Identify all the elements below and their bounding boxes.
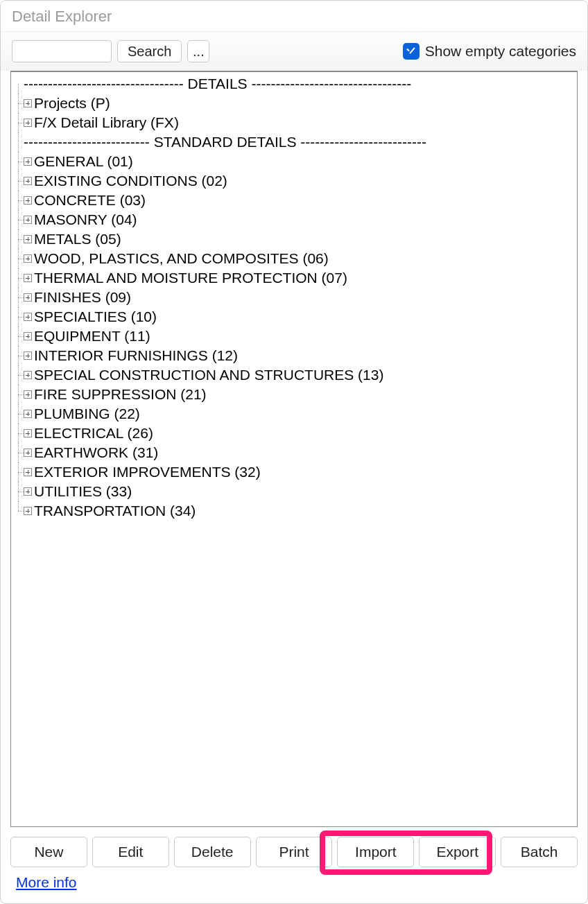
batch-button[interactable]: Batch	[501, 837, 578, 867]
tree-item[interactable]: INTERIOR FURNISHINGS (12)	[14, 346, 574, 365]
tree-item[interactable]: UTILITIES (33)	[14, 482, 574, 501]
more-info-link[interactable]: More info	[16, 874, 77, 890]
tree-item-label: UTILITIES (33)	[33, 482, 132, 501]
tree-heading-label: --------------------------------- DETAIL…	[24, 74, 411, 94]
tree-item-label: EARTHWORK (31)	[33, 443, 158, 462]
expand-icon[interactable]	[24, 371, 32, 379]
show-empty-label: Show empty categories	[425, 43, 576, 60]
expand-icon[interactable]	[24, 507, 32, 515]
tree-item-label: FINISHES (09)	[33, 288, 131, 307]
tree-item[interactable]: CONCRETE (03)	[14, 191, 574, 210]
search-input[interactable]	[12, 40, 112, 62]
tree-heading-label: -------------------------- STANDARD DETA…	[24, 132, 426, 152]
footer: More info	[1, 871, 587, 903]
tree-item[interactable]: SPECIAL CONSTRUCTION AND STRUCTURES (13)	[14, 365, 574, 385]
detail-tree[interactable]: --------------------------------- DETAIL…	[10, 71, 578, 827]
search-button[interactable]: Search	[117, 40, 182, 62]
tree-item-label: TRANSPORTATION (34)	[33, 501, 196, 521]
tree-item[interactable]: EQUIPMENT (11)	[14, 327, 574, 346]
tree-item-label: THERMAL AND MOISTURE PROTECTION (07)	[33, 268, 347, 288]
tree-item[interactable]: PLUMBING (22)	[14, 404, 574, 424]
tree-item[interactable]: ELECTRICAL (26)	[14, 424, 574, 443]
window-title: Detail Explorer	[1, 1, 587, 32]
tree-item-label: GENERAL (01)	[33, 152, 133, 171]
expand-icon[interactable]	[24, 254, 32, 263]
import-button[interactable]: Import	[337, 837, 414, 867]
expand-icon[interactable]	[24, 157, 32, 166]
tree-item-label: SPECIAL CONSTRUCTION AND STRUCTURES (13)	[33, 365, 383, 385]
tree-item-label: EXTERIOR IMPROVEMENTS (32)	[33, 462, 261, 482]
tree-item-label: INTERIOR FURNISHINGS (12)	[33, 346, 238, 365]
expand-icon[interactable]	[24, 332, 32, 340]
tree-item[interactable]: GENERAL (01)	[14, 152, 574, 171]
tree-item-label: F/X Detail Library (FX)	[33, 113, 179, 132]
tree-item-label: FIRE SUPPRESSION (21)	[33, 385, 207, 404]
expand-icon[interactable]	[24, 216, 32, 224]
tree-item[interactable]: TRANSPORTATION (34)	[14, 501, 574, 521]
expand-icon[interactable]	[24, 449, 32, 457]
expand-icon[interactable]	[24, 429, 32, 437]
expand-icon[interactable]	[24, 487, 32, 496]
tree-item-label: PLUMBING (22)	[33, 404, 140, 424]
tree-item[interactable]: THERMAL AND MOISTURE PROTECTION (07)	[14, 268, 574, 288]
expand-icon[interactable]	[24, 410, 32, 418]
expand-icon[interactable]	[24, 313, 32, 321]
tree-item[interactable]: Projects (P)	[14, 94, 574, 113]
expand-icon[interactable]	[24, 293, 32, 302]
action-button-bar: New Edit Delete Print Import Export Batc…	[1, 827, 587, 871]
tree-item[interactable]: EARTHWORK (31)	[14, 443, 574, 462]
tree-item[interactable]: SPECIALTIES (10)	[14, 307, 574, 327]
tree-item-label: EXISTING CONDITIONS (02)	[33, 171, 227, 191]
tree-item[interactable]: F/X Detail Library (FX)	[14, 113, 574, 132]
tree-heading: --------------------------------- DETAIL…	[14, 74, 574, 94]
expand-icon[interactable]	[24, 390, 32, 399]
expand-icon[interactable]	[24, 99, 32, 107]
delete-button[interactable]: Delete	[174, 837, 251, 867]
tree-item[interactable]: WOOD, PLASTICS, AND COMPOSITES (06)	[14, 249, 574, 268]
edit-button[interactable]: Edit	[92, 837, 169, 867]
tree-item-label: MASONRY (04)	[33, 210, 137, 229]
new-button[interactable]: New	[10, 837, 87, 867]
show-empty-categories-toggle[interactable]: Show empty categories	[403, 43, 576, 60]
tree-item-label: CONCRETE (03)	[33, 191, 146, 210]
tree-item[interactable]: EXTERIOR IMPROVEMENTS (32)	[14, 462, 574, 482]
tree-item[interactable]: METALS (05)	[14, 229, 574, 249]
print-button[interactable]: Print	[256, 837, 333, 867]
expand-icon[interactable]	[24, 196, 32, 205]
expand-icon[interactable]	[24, 468, 32, 476]
tree-heading: -------------------------- STANDARD DETA…	[14, 132, 574, 152]
tree-item-label: METALS (05)	[33, 229, 121, 249]
expand-icon[interactable]	[24, 274, 32, 282]
tree-item-label: SPECIALTIES (10)	[33, 307, 157, 327]
tree-item[interactable]: FINISHES (09)	[14, 288, 574, 307]
tree-item-label: WOOD, PLASTICS, AND COMPOSITES (06)	[33, 249, 329, 268]
tree-item-label: Projects (P)	[33, 94, 110, 113]
search-options-button[interactable]: ...	[187, 40, 209, 62]
tree-item[interactable]: MASONRY (04)	[14, 210, 574, 229]
tree-item[interactable]: EXISTING CONDITIONS (02)	[14, 171, 574, 191]
export-button[interactable]: Export	[419, 837, 496, 867]
toolbar: Search ... Show empty categories	[1, 32, 587, 71]
expand-icon[interactable]	[24, 351, 32, 360]
expand-icon[interactable]	[24, 177, 32, 185]
tree-item-label: EQUIPMENT (11)	[33, 327, 150, 346]
expand-icon[interactable]	[24, 235, 32, 243]
checkbox-icon	[403, 43, 420, 60]
detail-explorer-window: Detail Explorer Search ... Show empty ca…	[0, 0, 588, 904]
tree-item[interactable]: FIRE SUPPRESSION (21)	[14, 385, 574, 404]
tree-item-label: ELECTRICAL (26)	[33, 424, 153, 443]
expand-icon[interactable]	[24, 119, 32, 127]
